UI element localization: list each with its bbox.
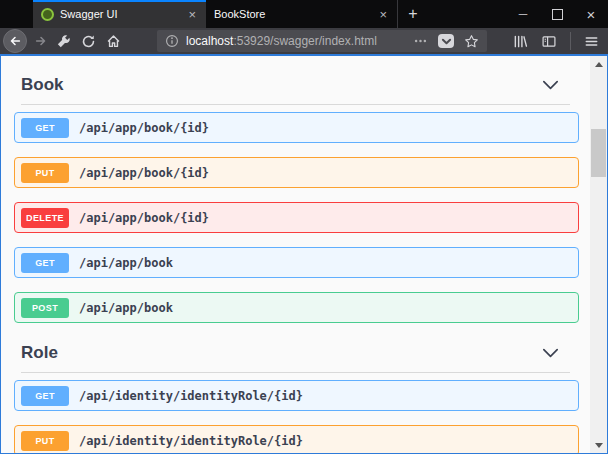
browser-window: Swagger UI × BookStore × + ─ ×: [0, 0, 608, 454]
swagger-favicon-icon: [41, 8, 54, 21]
scroll-down-icon: [595, 443, 603, 448]
window-controls: ─ ×: [506, 0, 608, 28]
scrollbar-thumb[interactable]: [591, 129, 606, 177]
endpoint-path: /api/app/book: [79, 256, 173, 270]
method-badge: PUT: [21, 163, 69, 183]
endpoint-path: /api/identity/identityRole/{id}: [79, 389, 303, 403]
endpoint-row[interactable]: POST /api/app/book: [14, 292, 579, 323]
hamburger-icon: [584, 34, 599, 49]
maximize-button[interactable]: [540, 0, 574, 28]
method-badge: POST: [21, 298, 69, 318]
library-button[interactable]: [513, 34, 528, 49]
site-info-icon[interactable]: [165, 34, 179, 48]
scroll-down-button[interactable]: [590, 437, 607, 453]
toolbar-right-group: [513, 32, 599, 50]
tab-swagger-ui[interactable]: Swagger UI ×: [33, 0, 206, 28]
url-path: :53929/swagger/index.html: [233, 34, 376, 48]
scroll-up-button[interactable]: [590, 56, 607, 72]
chevron-down-icon[interactable]: [542, 348, 559, 358]
titlebar-drag-space: [0, 0, 33, 28]
sidebar-toggle-button[interactable]: [541, 34, 557, 49]
scroll-up-icon: [595, 62, 603, 67]
method-badge: GET: [21, 118, 69, 138]
method-badge: GET: [21, 253, 69, 273]
section-header[interactable]: Role: [14, 343, 579, 363]
back-button[interactable]: [3, 29, 27, 53]
tab-bar: Swagger UI × BookStore × + ─ ×: [0, 0, 608, 28]
section-endpoints: GET /api/identity/identityRole/{id} PUT …: [14, 380, 579, 454]
swagger-page: Book GET /api/app/book/{id} PUT /api/app…: [0, 54, 608, 454]
bookmark-star-button[interactable]: [464, 34, 479, 49]
reload-button[interactable]: [81, 34, 96, 49]
toolbar-divider: [570, 32, 571, 50]
endpoint-row[interactable]: PUT /api/identity/identityRole/{id}: [14, 425, 579, 454]
api-section: Book GET /api/app/book/{id} PUT /api/app…: [14, 75, 579, 323]
back-arrow-icon: [8, 34, 22, 48]
api-section: Role GET /api/identity/identityRole/{id}…: [14, 343, 579, 454]
endpoint-row[interactable]: GET /api/identity/identityRole/{id}: [14, 380, 579, 411]
minimize-button[interactable]: ─: [506, 0, 540, 28]
section-endpoints: GET /api/app/book/{id} PUT /api/app/book…: [14, 112, 579, 323]
vertical-scrollbar[interactable]: [590, 56, 607, 453]
tab-bookstore[interactable]: BookStore ×: [206, 0, 398, 28]
sidebar-icon: [541, 34, 557, 49]
library-icon: [513, 34, 528, 49]
endpoint-path: /api/app/book/{id}: [79, 121, 209, 135]
endpoint-row[interactable]: PUT /api/app/book/{id}: [14, 157, 579, 188]
endpoint-path: /api/app/book/{id}: [79, 211, 209, 225]
navigation-toolbar: localhost:53929/swagger/index.html: [0, 28, 608, 54]
endpoint-row[interactable]: GET /api/app/book: [14, 247, 579, 278]
minimize-icon: ─: [519, 7, 528, 21]
method-badge: GET: [21, 386, 69, 406]
endpoint-row[interactable]: GET /api/app/book/{id}: [14, 112, 579, 143]
pocket-button[interactable]: [438, 34, 454, 48]
forward-arrow-icon: [34, 34, 48, 48]
reload-icon: [81, 34, 96, 49]
customize-button[interactable]: [57, 34, 71, 48]
new-tab-button[interactable]: +: [398, 0, 428, 28]
url-host: localhost: [186, 34, 233, 48]
endpoint-path: /api/app/book/{id}: [79, 166, 209, 180]
section-title: Book: [14, 75, 64, 95]
method-badge: PUT: [21, 431, 69, 451]
home-button[interactable]: [106, 34, 121, 49]
maximize-icon: [552, 9, 563, 20]
home-icon: [106, 34, 121, 49]
url-text[interactable]: localhost:53929/swagger/index.html: [186, 34, 377, 48]
section-divider: [21, 372, 570, 373]
close-icon: ×: [587, 7, 596, 22]
method-badge: DELETE: [21, 208, 69, 228]
endpoint-path: /api/identity/identityRole/{id}: [79, 434, 303, 448]
endpoint-path: /api/app/book: [79, 301, 173, 315]
pocket-chevron-icon: [441, 37, 452, 46]
close-button[interactable]: ×: [574, 0, 608, 28]
api-sections: Book GET /api/app/book/{id} PUT /api/app…: [14, 75, 579, 454]
chevron-down-icon[interactable]: [542, 80, 559, 90]
page-actions-button[interactable]: [413, 34, 428, 48]
menu-button[interactable]: [584, 34, 599, 49]
section-divider: [21, 104, 570, 105]
url-bar[interactable]: localhost:53929/swagger/index.html: [157, 30, 487, 52]
tab-title: Swagger UI: [60, 8, 180, 20]
tab-title: BookStore: [214, 8, 371, 20]
tab-close-icon[interactable]: ×: [377, 8, 389, 21]
url-actions: [413, 34, 487, 49]
endpoint-row[interactable]: DELETE /api/app/book/{id}: [14, 202, 579, 233]
forward-button[interactable]: [34, 34, 48, 48]
section-header[interactable]: Book: [14, 75, 579, 95]
wrench-icon: [57, 34, 71, 48]
section-title: Role: [14, 343, 58, 363]
tab-close-icon[interactable]: ×: [186, 8, 198, 21]
